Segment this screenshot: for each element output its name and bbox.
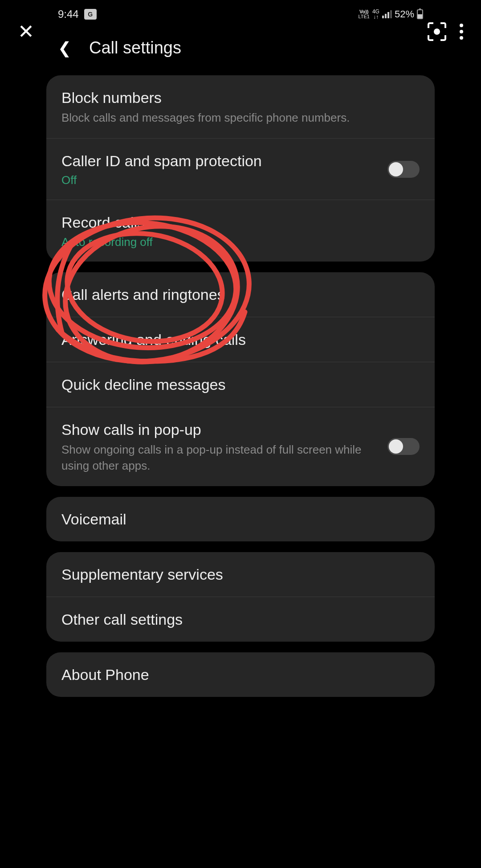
settings-group-2: Call alerts and ringtones Answering and … xyxy=(46,272,435,486)
voicemail-item[interactable]: Voicemail xyxy=(46,497,435,541)
about-phone-item[interactable]: About Phone xyxy=(46,652,435,697)
overflow-menu-icon[interactable] xyxy=(460,24,463,40)
other-settings-title: Other call settings xyxy=(61,610,420,629)
google-icon: G xyxy=(84,9,97,20)
popup-toggle[interactable] xyxy=(387,438,420,455)
answering-item[interactable]: Answering and ending calls xyxy=(46,317,435,362)
settings-group-5: About Phone xyxy=(46,652,435,697)
answering-title: Answering and ending calls xyxy=(61,330,420,349)
caller-id-title: Caller ID and spam protection xyxy=(61,151,379,171)
battery-icon xyxy=(417,9,423,19)
record-calls-title: Record calls xyxy=(61,213,420,232)
status-time: 9:44 xyxy=(58,8,79,20)
block-numbers-item[interactable]: Block numbers Block calls and messages f… xyxy=(46,75,435,139)
record-calls-item[interactable]: Record calls Auto recording off xyxy=(46,200,435,261)
call-alerts-item[interactable]: Call alerts and ringtones xyxy=(46,272,435,317)
quick-decline-title: Quick decline messages xyxy=(61,375,420,394)
caller-id-subtitle: Off xyxy=(61,173,379,187)
settings-group-1: Block numbers Block calls and messages f… xyxy=(46,75,435,262)
block-numbers-title: Block numbers xyxy=(61,88,420,107)
smart-select-icon[interactable] xyxy=(428,22,446,41)
volte-indicator: Vo)) LTE1 xyxy=(358,9,369,19)
battery-percent: 52% xyxy=(395,8,414,20)
record-calls-subtitle: Auto recording off xyxy=(61,235,420,249)
block-numbers-subtitle: Block calls and messages from specific p… xyxy=(61,110,420,126)
other-settings-item[interactable]: Other call settings xyxy=(46,597,435,642)
caller-id-toggle[interactable] xyxy=(387,161,420,178)
voicemail-title: Voicemail xyxy=(61,509,420,529)
supplementary-item[interactable]: Supplementary services xyxy=(46,552,435,597)
popup-item[interactable]: Show calls in pop-up Show ongoing calls … xyxy=(46,407,435,486)
popup-title: Show calls in pop-up xyxy=(61,420,379,439)
caller-id-item[interactable]: Caller ID and spam protection Off xyxy=(46,139,435,200)
network-type: 4G ↓↑ xyxy=(372,9,379,20)
supplementary-title: Supplementary services xyxy=(61,565,420,584)
settings-group-3: Voicemail xyxy=(46,497,435,541)
about-phone-title: About Phone xyxy=(61,665,420,684)
close-icon[interactable]: ✕ xyxy=(18,20,34,43)
settings-group-4: Supplementary services Other call settin… xyxy=(46,552,435,642)
popup-subtitle: Show ongoing calls in a pop-up instead o… xyxy=(61,442,379,473)
quick-decline-item[interactable]: Quick decline messages xyxy=(46,362,435,407)
signal-icon xyxy=(382,10,392,18)
call-alerts-title: Call alerts and ringtones xyxy=(61,285,420,304)
